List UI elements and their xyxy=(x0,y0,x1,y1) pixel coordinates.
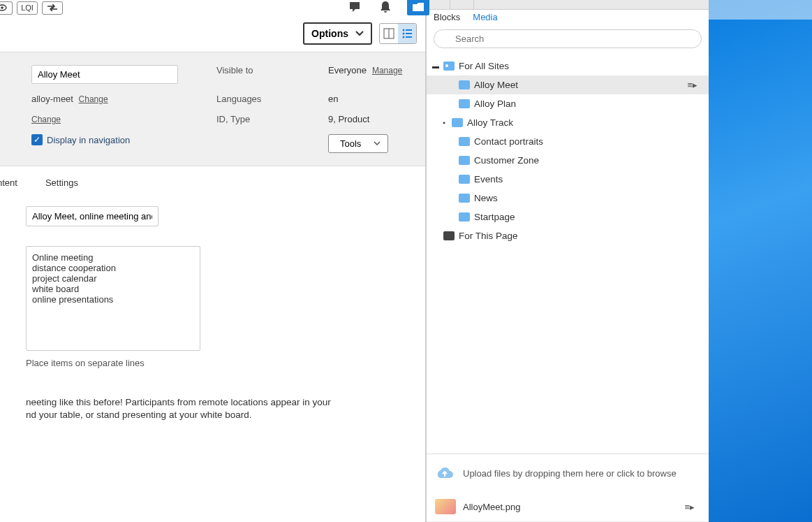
svg-point-8 xyxy=(403,36,405,38)
tree-item[interactable]: Events xyxy=(427,170,709,189)
view-toggle xyxy=(379,23,417,44)
manage-link[interactable]: Manage xyxy=(372,66,402,75)
folder-icon xyxy=(459,80,470,89)
expand-icon[interactable]: ▪ xyxy=(441,119,448,126)
tree-item[interactable]: Alloy Plan xyxy=(427,94,709,113)
search-input[interactable] xyxy=(434,29,702,48)
tab-blocks[interactable]: Blocks xyxy=(434,12,460,22)
collapse-icon[interactable]: ▬ xyxy=(432,62,439,70)
page-icon xyxy=(443,231,455,240)
folder-icon xyxy=(459,212,470,222)
slug-text: alloy-meet xyxy=(31,94,73,104)
tools-button[interactable]: Tools xyxy=(328,134,388,153)
chat-icon[interactable] xyxy=(346,0,364,15)
visible-to-value: Everyone xyxy=(328,65,367,75)
tab-media[interactable]: Media xyxy=(473,12,497,22)
languages-value: en xyxy=(328,94,338,104)
file-name: AlloyMeet.png xyxy=(463,502,677,512)
tool-eye[interactable] xyxy=(0,1,13,15)
view-list[interactable] xyxy=(398,24,416,43)
chevron-down-icon xyxy=(374,141,381,146)
context-menu-icon[interactable]: ≡▸ xyxy=(687,80,703,90)
svg-rect-5 xyxy=(406,29,412,31)
svg-point-4 xyxy=(403,29,405,31)
folder-icon xyxy=(459,99,470,108)
tool-lqi[interactable]: LQI xyxy=(17,1,38,15)
display-nav-label: Display in navigation xyxy=(47,135,130,145)
folder-icon xyxy=(459,137,470,146)
svg-point-1 xyxy=(1,6,3,9)
tab-content[interactable]: ntent xyxy=(0,177,17,188)
upload-dropzone[interactable]: Upload files by dropping them here or cl… xyxy=(427,454,709,492)
svg-point-6 xyxy=(403,33,405,35)
tree-root-all-sites[interactable]: ▬ For All Sites xyxy=(427,57,709,75)
tool-swap[interactable] xyxy=(42,1,63,15)
folder-icon xyxy=(459,194,470,203)
cloud-upload-icon xyxy=(435,465,455,481)
tree-item[interactable]: News xyxy=(427,189,709,208)
file-thumbnail xyxy=(435,499,456,514)
svg-rect-7 xyxy=(406,33,412,34)
options-label: Options xyxy=(311,28,348,39)
tree-item[interactable]: ▪ Alloy Track xyxy=(427,113,709,132)
slug-change-link[interactable]: Change xyxy=(79,94,108,104)
seo-title-input[interactable] xyxy=(26,206,158,226)
folder-icon xyxy=(452,118,463,127)
svg-rect-9 xyxy=(406,36,412,38)
idtype-value: 9, Product xyxy=(328,114,369,124)
dropzone-label: Upload files by dropping them here or cl… xyxy=(463,468,677,479)
tree-item-alloy-meet[interactable]: Alloy Meet ≡▸ xyxy=(427,75,709,94)
idtype-label: ID, Type xyxy=(216,114,328,124)
folder-icon xyxy=(459,175,470,184)
context-menu-icon[interactable]: ≡▸ xyxy=(684,502,700,512)
chevron-down-icon xyxy=(355,31,364,36)
bell-icon[interactable] xyxy=(376,0,394,15)
languages-label: Languages xyxy=(216,94,328,104)
svg-point-13 xyxy=(445,64,448,67)
folder-tab-icon[interactable] xyxy=(407,0,429,15)
keywords-textarea[interactable]: Online meeting distance cooperation proj… xyxy=(26,246,200,351)
tools-label: Tools xyxy=(340,138,361,149)
tree-item[interactable]: Customer Zone xyxy=(427,151,709,170)
file-item[interactable]: AlloyMeet.png ≡▸ xyxy=(427,492,709,522)
tree-item[interactable]: Contact portraits xyxy=(427,132,709,151)
display-nav-checkbox[interactable]: ✓ xyxy=(31,134,43,145)
svg-rect-12 xyxy=(443,61,455,71)
tree-item[interactable]: Startpage xyxy=(427,208,709,226)
options-button[interactable]: Options xyxy=(303,22,372,45)
keywords-hint: Place items on separate lines xyxy=(26,358,425,368)
title-input[interactable] xyxy=(31,65,178,84)
folder-icon xyxy=(459,156,470,165)
desktop-background xyxy=(709,0,812,522)
view-columns[interactable] xyxy=(380,24,398,43)
tab-settings[interactable]: Settings xyxy=(45,177,78,188)
description-text[interactable]: neeting like this before! Participants f… xyxy=(26,396,425,421)
sites-icon xyxy=(443,61,455,71)
tree-root-this-page[interactable]: For This Page xyxy=(427,226,709,245)
visible-to-label: Visible to xyxy=(216,65,328,75)
change-link[interactable]: Change xyxy=(31,115,61,124)
